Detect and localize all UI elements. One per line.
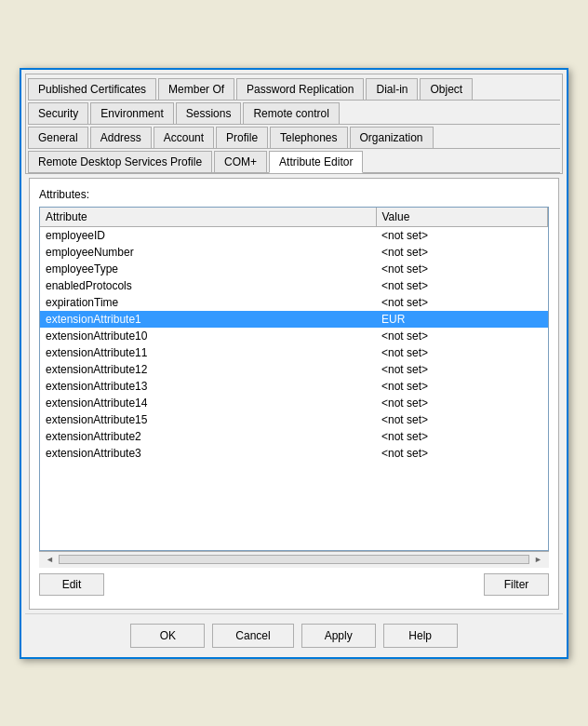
value-cell: <not set> [376, 294, 548, 311]
content-area: Attributes: Attribute Value employeeID<n… [29, 178, 559, 610]
value-cell: <not set> [376, 344, 548, 361]
dialog-footer: OK Cancel Apply Help [25, 613, 563, 653]
table-row[interactable]: extensionAttribute3<not set> [40, 445, 548, 462]
value-cell: <not set> [376, 226, 548, 244]
attribute-cell: extensionAttribute1 [40, 311, 376, 328]
table-row[interactable]: employeeNumber<not set> [40, 244, 548, 261]
scroll-right-arrow[interactable]: ► [531, 555, 545, 564]
table-row[interactable]: employeeID<not set> [40, 226, 548, 244]
table-row[interactable]: extensionAttribute13<not set> [40, 378, 548, 395]
filter-button[interactable]: Filter [484, 573, 549, 596]
tab-sessions[interactable]: Sessions [176, 102, 242, 124]
table-row[interactable]: extensionAttribute2<not set> [40, 428, 548, 445]
tab-remote-desktop-services[interactable]: Remote Desktop Services Profile [28, 151, 212, 172]
tab-organization[interactable]: Organization [350, 127, 434, 148]
attributes-table: Attribute Value employeeID<not set>emplo… [40, 208, 548, 462]
value-cell: <not set> [376, 411, 548, 428]
attribute-cell: expirationTime [40, 294, 376, 311]
value-cell: EUR [376, 311, 548, 328]
tab-row-1: Published Certificates Member Of Passwor… [28, 76, 560, 101]
table-row[interactable]: extensionAttribute14<not set> [40, 395, 548, 411]
tab-dial-in[interactable]: Dial-in [366, 78, 418, 100]
tab-rows-container: Published Certificates Member Of Passwor… [25, 74, 563, 174]
edit-button[interactable]: Edit [39, 573, 104, 596]
tab-account[interactable]: Account [154, 127, 214, 148]
tab-object[interactable]: Object [420, 78, 473, 100]
scroll-left-arrow[interactable]: ◄ [43, 555, 57, 564]
action-buttons-row: Edit Filter [39, 568, 549, 599]
attribute-cell: extensionAttribute2 [40, 428, 376, 445]
attribute-cell: employeeType [40, 261, 376, 277]
attributes-label: Attributes: [39, 188, 549, 201]
table-row[interactable]: expirationTime<not set> [40, 294, 548, 311]
table-row[interactable]: extensionAttribute12<not set> [40, 361, 548, 378]
ok-button[interactable]: OK [130, 624, 205, 648]
attribute-cell: extensionAttribute11 [40, 344, 376, 361]
value-cell: <not set> [376, 328, 548, 344]
main-dialog: Published Certificates Member Of Passwor… [20, 68, 568, 659]
value-cell: <not set> [376, 395, 548, 411]
scroll-track[interactable] [59, 555, 529, 564]
value-cell: <not set> [376, 277, 548, 294]
attribute-cell: employeeID [40, 226, 376, 244]
tab-environment[interactable]: Environment [90, 102, 173, 124]
table-row[interactable]: extensionAttribute10<not set> [40, 328, 548, 344]
value-cell: <not set> [376, 244, 548, 261]
value-cell: <not set> [376, 428, 548, 445]
tab-row-2: Security Environment Sessions Remote con… [28, 101, 560, 125]
tab-com-plus[interactable]: COM+ [214, 151, 267, 172]
tab-member-of[interactable]: Member Of [158, 78, 234, 100]
value-cell: <not set> [376, 361, 548, 378]
tab-password-replication[interactable]: Password Replication [236, 78, 364, 100]
table-row[interactable]: extensionAttribute1EUR [40, 311, 548, 328]
table-row[interactable]: extensionAttribute11<not set> [40, 344, 548, 361]
attribute-cell: enabledProtocols [40, 277, 376, 294]
help-button[interactable]: Help [383, 624, 458, 648]
col-header-attribute: Attribute [40, 208, 376, 227]
value-cell: <not set> [376, 378, 548, 395]
attribute-cell: extensionAttribute15 [40, 411, 376, 428]
tab-security[interactable]: Security [28, 102, 88, 124]
tab-address[interactable]: Address [90, 127, 152, 148]
col-header-value: Value [376, 208, 548, 227]
tab-attribute-editor[interactable]: Attribute Editor [269, 151, 363, 173]
apply-button[interactable]: Apply [301, 624, 376, 648]
tab-row-4: Remote Desktop Services Profile COM+ Att… [28, 149, 560, 173]
tab-telephones[interactable]: Telephones [270, 127, 347, 148]
attribute-cell: employeeNumber [40, 244, 376, 261]
value-cell: <not set> [376, 261, 548, 277]
tab-published-certificates[interactable]: Published Certificates [28, 78, 156, 100]
value-cell: <not set> [376, 445, 548, 462]
attribute-cell: extensionAttribute14 [40, 395, 376, 411]
tab-row-3: General Address Account Profile Telephon… [28, 125, 560, 149]
tab-profile[interactable]: Profile [216, 127, 268, 148]
attribute-cell: extensionAttribute13 [40, 378, 376, 395]
attribute-cell: extensionAttribute10 [40, 328, 376, 344]
tab-remote-control[interactable]: Remote control [243, 102, 339, 124]
horizontal-scrollbar[interactable]: ◄ ► [39, 551, 549, 568]
table-row[interactable]: extensionAttribute15<not set> [40, 411, 548, 428]
attribute-cell: extensionAttribute3 [40, 445, 376, 462]
table-row[interactable]: employeeType<not set> [40, 261, 548, 277]
tab-general[interactable]: General [28, 127, 88, 148]
cancel-button[interactable]: Cancel [212, 624, 293, 648]
attributes-table-wrapper: Attribute Value employeeID<not set>emplo… [39, 207, 549, 551]
attributes-table-scroll[interactable]: Attribute Value employeeID<not set>emplo… [40, 208, 548, 550]
table-row[interactable]: enabledProtocols<not set> [40, 277, 548, 294]
attribute-cell: extensionAttribute12 [40, 361, 376, 378]
